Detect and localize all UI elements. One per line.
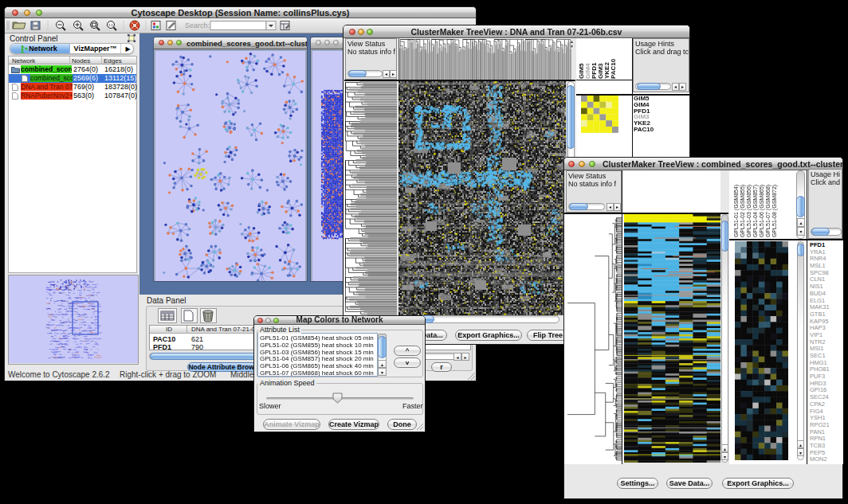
svg-text:Search:: Search: (185, 21, 210, 29)
svg-text:1:1: 1:1 (108, 23, 113, 27)
